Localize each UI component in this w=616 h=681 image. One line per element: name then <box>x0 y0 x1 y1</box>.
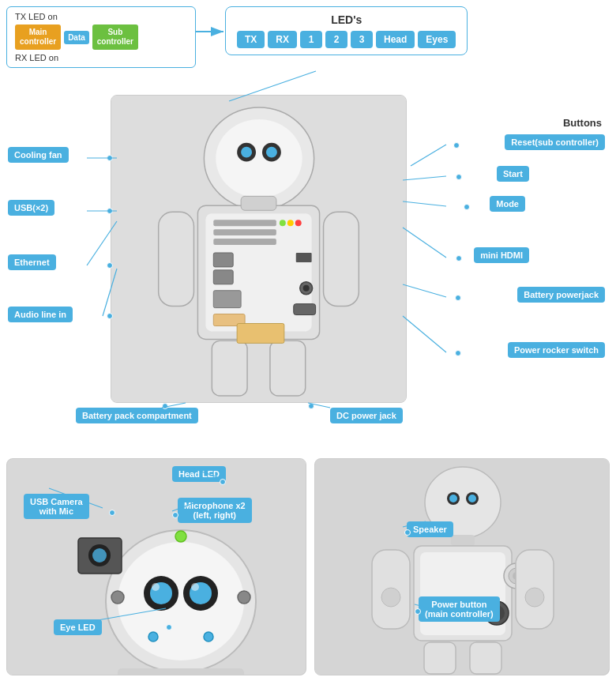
microphone-dot <box>172 512 178 518</box>
mini-hdmi-dot <box>456 255 462 261</box>
svg-rect-79 <box>470 642 501 674</box>
legend-box: TX LED on Maincontroller Data Subcontrol… <box>6 6 196 68</box>
cooling-fan-label: Cooling fan <box>8 147 69 163</box>
svg-rect-26 <box>241 196 276 210</box>
bottom-left-robot-panel <box>6 458 306 675</box>
led-head: Head <box>376 31 415 48</box>
eye-led-dot <box>166 624 172 630</box>
data-label: Data <box>64 31 89 44</box>
svg-point-59 <box>148 632 158 641</box>
dc-power-jack-label: DC power jack <box>330 408 403 423</box>
svg-point-58 <box>92 548 107 562</box>
svg-rect-78 <box>424 642 456 674</box>
mini-hdmi-label: mini HDMI <box>474 247 529 263</box>
legend-controllers: Maincontroller Data Subcontroller <box>15 24 187 50</box>
svg-point-66 <box>449 495 457 502</box>
power-rocker-dot <box>455 350 461 356</box>
mode-label: Mode <box>490 196 525 212</box>
battery-powerjack-dot <box>455 295 461 301</box>
svg-point-53 <box>175 531 186 542</box>
start-dot <box>456 174 462 180</box>
svg-rect-16 <box>213 291 241 308</box>
svg-line-36 <box>411 145 446 166</box>
svg-rect-18 <box>296 253 312 262</box>
svg-line-41 <box>403 316 446 352</box>
svg-rect-68 <box>451 535 475 546</box>
usb-dot <box>107 208 113 214</box>
led-buttons-row: TX RX 1 2 3 Head Eyes <box>237 31 456 48</box>
svg-rect-25 <box>270 340 306 396</box>
bottom-right-robot-panel <box>314 458 610 675</box>
robot-body-illustration <box>315 459 610 675</box>
robot-head-illustration <box>7 459 306 675</box>
led-eyes: Eyes <box>418 31 456 48</box>
svg-rect-21 <box>294 304 316 315</box>
usb-label: USB(×2) <box>8 200 54 216</box>
led-2: 2 <box>325 31 347 48</box>
usb-camera-label: USB Camerawith Mic <box>24 494 89 519</box>
battery-pack-label: Battery pack compartment <box>76 408 198 423</box>
svg-line-38 <box>403 201 446 206</box>
led-title: LED's <box>237 13 456 26</box>
head-led-label: Head LED <box>172 466 226 482</box>
robot-illustration <box>111 96 406 402</box>
svg-point-28 <box>287 220 294 226</box>
svg-point-8 <box>266 147 277 158</box>
svg-line-39 <box>403 228 446 258</box>
tx-led-label: TX LED on <box>15 12 187 21</box>
svg-point-20 <box>303 285 310 292</box>
svg-rect-11 <box>213 220 276 226</box>
svg-point-27 <box>280 220 286 226</box>
main-controller-box: Maincontroller <box>15 24 61 50</box>
led-box: LED's TX RX 1 2 3 Head Eyes <box>225 6 468 55</box>
svg-point-51 <box>152 583 160 591</box>
svg-point-67 <box>468 495 476 502</box>
power-button-dot <box>415 608 421 615</box>
svg-point-55 <box>238 591 250 604</box>
buttons-title: Buttons <box>563 117 602 129</box>
svg-rect-13 <box>213 239 276 245</box>
head-led-dot <box>220 479 226 485</box>
dc-power-jack-dot <box>308 403 314 409</box>
svg-line-37 <box>403 176 446 180</box>
mode-dot <box>464 204 470 210</box>
svg-line-40 <box>403 284 446 297</box>
svg-point-80 <box>381 588 400 607</box>
svg-point-29 <box>295 220 302 226</box>
robot-main-panel <box>111 95 407 403</box>
audio-dot <box>107 313 113 319</box>
svg-point-46 <box>118 542 244 660</box>
svg-point-7 <box>241 147 252 158</box>
led-tx: TX <box>237 31 265 48</box>
battery-powerjack-label: Battery powerjack <box>517 287 605 303</box>
svg-rect-24 <box>212 340 247 396</box>
power-button-label: Power button(main controller) <box>419 596 500 622</box>
power-rocker-switch-label: Power rocker switch <box>508 342 605 358</box>
svg-point-52 <box>191 583 199 591</box>
ethernet-label: Ethernet <box>8 254 56 270</box>
start-label: Start <box>497 166 529 182</box>
usb-camera-dot <box>109 510 115 516</box>
eye-led-label: Eye LED <box>54 619 102 635</box>
svg-rect-30 <box>237 323 284 343</box>
svg-rect-22 <box>159 212 194 306</box>
svg-point-60 <box>204 632 213 641</box>
svg-rect-12 <box>213 229 276 235</box>
svg-rect-15 <box>213 270 233 284</box>
svg-rect-14 <box>213 253 233 267</box>
reset-dot <box>453 142 460 149</box>
reset-label: Reset(sub controller) <box>505 134 605 150</box>
rx-led-label: RX LED on <box>15 53 187 62</box>
sub-controller-box: Subcontroller <box>92 24 138 50</box>
svg-point-81 <box>525 588 544 607</box>
svg-rect-61 <box>118 668 244 675</box>
led-1: 1 <box>300 31 322 48</box>
svg-point-4 <box>216 119 302 198</box>
speaker-label: Speaker <box>407 521 453 537</box>
microphone-label: Microphone x2(left, right) <box>178 498 252 523</box>
speaker-dot <box>404 529 411 536</box>
audio-line-in-label: Audio line in <box>8 307 73 322</box>
led-3: 3 <box>351 31 373 48</box>
ethernet-dot <box>107 262 113 269</box>
led-rx: RX <box>268 31 297 48</box>
